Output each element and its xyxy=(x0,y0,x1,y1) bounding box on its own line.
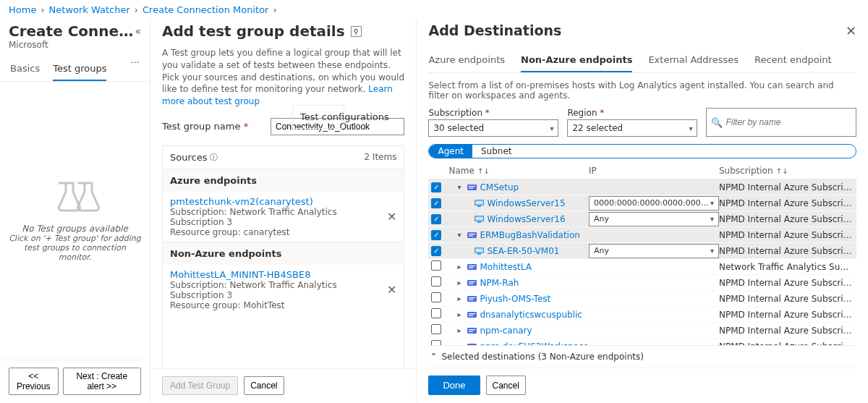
chevron-right-icon[interactable]: ▸ xyxy=(457,310,464,318)
sort-icon: ↑↓ xyxy=(776,167,788,175)
region-dropdown[interactable]: 22 selected▾ xyxy=(567,119,697,137)
empty-title: No Test groups available xyxy=(22,224,128,234)
tab-non-azure-endpoints[interactable]: Non-Azure endpoints xyxy=(521,48,632,72)
row-name[interactable]: dnsanalyticswcuspublic xyxy=(480,310,582,320)
agent-row[interactable]: ✓WindowsServer16Any▾NPMD Internal Azure … xyxy=(428,211,856,227)
row-checkbox[interactable]: ✓ xyxy=(431,246,441,256)
row-name[interactable]: WindowsServer15 xyxy=(487,198,565,208)
col-subscription[interactable]: Subscription↑↓ xyxy=(719,166,856,176)
sort-icon: ↑↓ xyxy=(477,167,490,175)
pin-icon[interactable]: ⚲ xyxy=(351,26,362,37)
azure-endpoints-header: Azure endpoints xyxy=(163,169,404,192)
chevron-right-icon[interactable]: ▸ xyxy=(457,326,464,334)
next-button[interactable]: Next : Create alert >> xyxy=(63,368,141,395)
row-checkbox[interactable] xyxy=(431,308,441,318)
bc-nw[interactable]: Network Watcher xyxy=(49,4,130,15)
row-name[interactable]: ERMBugBashValidation xyxy=(480,230,579,240)
workspace-row[interactable]: ▸MohittestLANetwork Traffic Analytics Su… xyxy=(428,259,856,275)
agent-row[interactable]: ✓SEA-ER-50-VM01Any▾NPMD Internal Azure S… xyxy=(428,243,856,259)
workspace-icon xyxy=(467,326,477,335)
bc-ccm[interactable]: Create Connection Monitor xyxy=(142,4,268,15)
cancel-button[interactable]: Cancel xyxy=(486,376,526,395)
workspace-row[interactable]: ▸dnsanalyticswcuspublicNPMD Internal Azu… xyxy=(428,307,856,323)
source-item: MohittestLA_MININT-HB4SBE8 Subscription:… xyxy=(163,265,404,315)
section-desc: A Test group lets you define a logical g… xyxy=(162,47,404,108)
remove-icon[interactable]: ✕ xyxy=(387,210,396,224)
test-group-name-label: Test group name xyxy=(162,121,263,132)
workspace-row[interactable]: ▸Piyush-OMS-TestNPMD Internal Azure Subs… xyxy=(428,291,856,307)
previous-button[interactable]: << Previous xyxy=(9,368,59,395)
col-ip[interactable]: IP xyxy=(589,166,719,176)
tab-external-addresses[interactable]: External Addresses xyxy=(648,48,739,72)
workspace-row[interactable]: ✓▾ERMBugBashValidationNPMD Internal Azur… xyxy=(428,227,856,243)
more-icon[interactable]: ··· xyxy=(131,57,140,81)
vm-icon xyxy=(475,246,484,255)
ip-dropdown[interactable]: Any▾ xyxy=(589,212,719,226)
row-checkbox[interactable] xyxy=(431,260,441,271)
row-checkbox[interactable]: ✓ xyxy=(431,214,441,224)
row-name[interactable]: Piyush-OMS-Test xyxy=(480,294,550,304)
add-test-group-button[interactable]: Add Test Group xyxy=(162,376,238,395)
bc-home[interactable]: Home xyxy=(9,4,36,15)
subnet-pill[interactable]: Subnet xyxy=(472,145,521,158)
row-checkbox[interactable] xyxy=(431,324,441,334)
row-checkbox[interactable]: ✓ xyxy=(431,182,441,192)
done-button[interactable]: Done xyxy=(428,376,480,395)
tab-test-groups[interactable]: Test groups xyxy=(53,57,106,81)
chevron-right-icon[interactable]: ▸ xyxy=(457,279,464,287)
row-checkbox[interactable] xyxy=(431,292,441,302)
chevron-right-icon: › xyxy=(273,4,276,15)
empty-sub: Click on '+ Test group' for adding test … xyxy=(9,234,141,262)
row-name[interactable]: MohittestLA xyxy=(480,262,532,272)
row-subscription: NPMD Internal Azure Subscription 1 xyxy=(719,214,856,224)
items-count: 2 Items xyxy=(364,152,396,162)
row-subscription: NPMD Internal Azure Subscription 1 xyxy=(719,182,856,192)
remove-icon[interactable]: ✕ xyxy=(387,283,396,297)
workspace-row[interactable]: ▸npm-devEUS2WorkspaceNPMD Internal Azure… xyxy=(428,339,856,345)
close-icon[interactable]: ✕ xyxy=(846,23,856,38)
source-name[interactable]: pmtestchunk-vm2(canarytest) xyxy=(170,196,387,207)
tab-azure-endpoints[interactable]: Azure endpoints xyxy=(428,48,505,72)
cancel-button[interactable]: Cancel xyxy=(244,376,284,395)
chevron-right-icon[interactable]: ▸ xyxy=(457,263,464,271)
row-subscription: NPMD Internal Azure Subscription 1 xyxy=(719,230,856,240)
row-checkbox[interactable]: ✓ xyxy=(431,198,441,208)
row-name[interactable]: CMSetup xyxy=(480,182,519,192)
row-checkbox[interactable] xyxy=(431,276,441,287)
row-checkbox[interactable] xyxy=(431,340,441,345)
search-icon: 🔍 xyxy=(711,117,723,128)
row-name[interactable]: SEA-ER-50-VM01 xyxy=(487,246,559,256)
workspace-row[interactable]: ▸NPM-RahNPMD Internal Azure Subscription… xyxy=(428,275,856,291)
source-sub: Subscription: Network Traffic Analytics … xyxy=(170,280,387,300)
chevron-down-icon[interactable]: ▾ xyxy=(457,231,464,239)
row-subscription: NPMD Internal Azure Subscription 2 xyxy=(719,310,856,320)
tab-basics[interactable]: Basics xyxy=(10,57,40,81)
workspace-row[interactable]: ▸npm-canaryNPMD Internal Azure Subscript… xyxy=(428,323,856,339)
row-checkbox[interactable]: ✓ xyxy=(431,230,441,240)
col-name[interactable]: Name↑↓ xyxy=(448,166,589,176)
vm-icon xyxy=(475,214,484,224)
filter-input[interactable]: 🔍 xyxy=(706,108,856,137)
page-title: Create Connection… xyxy=(9,22,135,40)
source-name[interactable]: MohittestLA_MININT-HB4SBE8 xyxy=(170,269,387,280)
subscription-dropdown[interactable]: 30 selected▾ xyxy=(428,119,558,137)
chevron-right-icon[interactable]: ▸ xyxy=(457,294,464,302)
row-subscription: NPMD Internal Azure Subscription 1 xyxy=(719,294,856,304)
workspace-row[interactable]: ✓▾CMSetupNPMD Internal Azure Subscriptio… xyxy=(428,179,856,195)
chevron-down-icon: ▾ xyxy=(710,199,714,207)
row-name[interactable]: WindowsServer16 xyxy=(487,214,565,224)
tab-recent-endpoint[interactable]: Recent endpoint xyxy=(754,48,832,72)
info-icon[interactable]: ⓘ xyxy=(210,152,218,163)
workspace-icon xyxy=(467,262,477,271)
agent-row[interactable]: ✓WindowsServer150000:0000:0000:0000:0000… xyxy=(428,195,856,211)
chevron-down-icon[interactable]: ▾ xyxy=(457,183,464,191)
ip-dropdown[interactable]: Any▾ xyxy=(589,244,719,258)
ip-dropdown[interactable]: 0000:0000:0000:0000:0000:ffff:...▾ xyxy=(589,196,719,211)
agent-pill[interactable]: Agent xyxy=(429,145,472,158)
sources-label: Sources xyxy=(170,152,207,163)
collapse-icon[interactable]: « xyxy=(135,25,141,37)
selected-destinations-toggle[interactable]: ⌃ Selected destinations (3 Non-Azure end… xyxy=(428,345,856,368)
row-name[interactable]: NPM-Rah xyxy=(480,278,519,288)
row-name[interactable]: npm-canary xyxy=(480,326,532,336)
publisher: Microsoft xyxy=(0,40,150,57)
